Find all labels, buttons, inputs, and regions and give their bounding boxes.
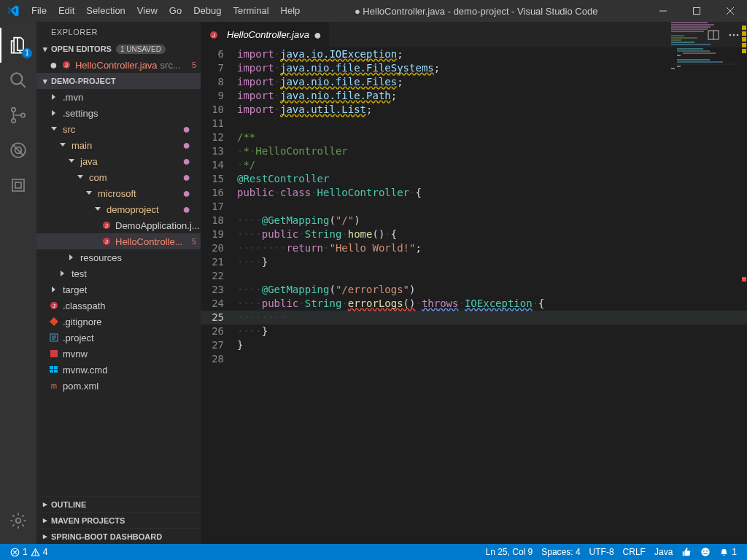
scm-activity[interactable] (0, 98, 36, 133)
tree-item-target[interactable]: target (36, 281, 201, 298)
tree-item-test[interactable]: test (36, 265, 201, 281)
tree-label: mvnw (63, 349, 88, 359)
svg-rect-8 (15, 182, 21, 188)
svg-point-34 (703, 551, 705, 552)
tree-label: resources (80, 252, 122, 263)
status-bar: 1 4 Ln 25, Col 9 Spaces: 4 UTF-8 CRLF Ja… (0, 544, 747, 560)
status-thumbsup[interactable] (677, 547, 696, 557)
project-header[interactable]: ▾ DEMO-PROJECT (36, 73, 201, 89)
status-notifications[interactable]: 1 (715, 547, 741, 557)
svg-text:J: J (105, 222, 108, 229)
tree-label: src (63, 124, 75, 135)
tree-item-src[interactable]: src● (36, 121, 201, 137)
explorer-activity[interactable]: 1 (0, 28, 36, 63)
titlebar: FileEditSelectionViewGoDebugTerminalHelp… (0, 0, 747, 22)
tree-item-HelloControlle-[interactable]: JHelloControlle...5 (36, 233, 201, 249)
svg-rect-21 (54, 366, 58, 369)
status-lncol[interactable]: Ln 25, Col 9 (481, 547, 538, 557)
search-activity[interactable] (0, 63, 36, 98)
panel-outline[interactable]: ▸OUTLINE (36, 496, 201, 512)
sidebar: EXPLORER ▾ OPEN EDITORS 1 UNSAVED ● J He… (36, 22, 201, 544)
svg-rect-7 (12, 179, 24, 191)
file-icon (48, 364, 60, 376)
tree-item-main[interactable]: main● (36, 137, 201, 153)
svg-point-35 (707, 551, 708, 552)
file-icon (48, 316, 60, 327)
panel-maven-projects[interactable]: ▸MAVEN PROJECTS (36, 512, 201, 528)
tree-item-mvnw[interactable]: mvnw (36, 346, 201, 362)
open-editor-detail: src... (160, 60, 181, 71)
status-lang[interactable]: Java (650, 547, 677, 557)
tree-item-DemoApplication-j-[interactable]: JDemoApplication.j... (36, 217, 201, 233)
menu-edit[interactable]: Edit (53, 0, 80, 22)
chevron-right-icon: ▸ (39, 499, 51, 509)
panel-label: SPRING-BOOT DASHBOARD (51, 532, 162, 541)
status-feedback[interactable] (696, 547, 715, 557)
tree-item-com[interactable]: com● (36, 169, 201, 185)
tree-label: .settings (63, 108, 98, 119)
minimize-button[interactable] (646, 0, 680, 22)
tree-item-java[interactable]: java● (36, 153, 201, 169)
status-encoding[interactable]: UTF-8 (585, 547, 619, 557)
file-icon: J (101, 219, 112, 231)
menu-view[interactable]: View (131, 0, 163, 22)
open-editor-item[interactable]: ● J HelloController.java src... 5 (36, 57, 201, 73)
close-button[interactable] (713, 0, 747, 22)
tree-item-microsoft[interactable]: microsoft● (36, 185, 201, 201)
tree-label: main (71, 140, 92, 151)
maximize-button[interactable] (680, 0, 713, 22)
code-editor[interactable]: 6import·java.io.IOException;7import·java… (201, 47, 747, 366)
tree-item--mvn[interactable]: .mvn (36, 89, 201, 105)
minimap[interactable] (671, 22, 737, 95)
chevron-right-icon (66, 252, 77, 263)
status-problems[interactable]: 1 4 (6, 547, 52, 557)
menu-help[interactable]: Help (275, 0, 306, 22)
tree-label: demoproject (107, 204, 159, 215)
tree-item--project[interactable]: .project (36, 330, 201, 346)
open-editors-header[interactable]: ▾ OPEN EDITORS 1 UNSAVED (36, 41, 201, 57)
tree-errcount: 5 (192, 237, 196, 246)
tree-item-mvnw-cmd[interactable]: mvnw.cmd (36, 362, 201, 378)
chevron-down-icon (66, 155, 77, 167)
panel-spring-boot-dashboard[interactable]: ▸SPRING-BOOT DASHBOARD (36, 528, 201, 544)
java-activity[interactable] (0, 168, 36, 203)
tree-item-pom-xml[interactable]: mpom.xml (36, 378, 201, 394)
svg-point-3 (12, 119, 15, 122)
menu-file[interactable]: File (26, 0, 53, 22)
menu-terminal[interactable]: Terminal (227, 0, 274, 22)
tree-item-resources[interactable]: resources (36, 249, 201, 265)
menu-go[interactable]: Go (163, 0, 187, 22)
menu-debug[interactable]: Debug (187, 0, 227, 22)
tree-label: test (71, 268, 87, 279)
chevron-down-icon: ▾ (39, 44, 51, 54)
chevron-down-icon (48, 123, 60, 135)
status-errors: 1 (23, 547, 28, 557)
menu-selection[interactable]: Selection (80, 0, 131, 22)
chevron-down-icon (74, 171, 86, 183)
tab-bar: J HelloController.java ● (201, 22, 747, 47)
svg-rect-22 (50, 370, 53, 373)
chevron-right-icon (48, 91, 60, 103)
file-icon: m (48, 380, 60, 392)
svg-point-9 (16, 518, 21, 524)
overview-ruler[interactable] (737, 22, 747, 544)
open-editor-errcount: 5 (192, 61, 196, 69)
tab-label: HelloController.java (227, 29, 309, 40)
vscode-logo-icon (0, 4, 26, 18)
tree-label: mvnw.cmd (63, 365, 107, 376)
debug-activity[interactable] (0, 133, 36, 168)
status-spaces[interactable]: Spaces: 4 (537, 547, 584, 557)
svg-point-1 (11, 73, 22, 84)
menu-bar: FileEditSelectionViewGoDebugTerminalHelp (26, 0, 306, 22)
chevron-down-icon (57, 139, 69, 151)
tree-item-demoproject[interactable]: demoproject● (36, 201, 201, 217)
chevron-right-icon: ▸ (39, 532, 51, 541)
svg-point-2 (12, 108, 15, 112)
tree-item--gitignore[interactable]: .gitignore (36, 314, 201, 330)
tree-item--settings[interactable]: .settings (36, 105, 201, 121)
tab-hellocontroller[interactable]: J HelloController.java ● (201, 22, 330, 47)
settings-activity[interactable] (0, 503, 36, 538)
tree-label: .project (63, 332, 94, 343)
tree-item--classpath[interactable]: J.classpath (36, 298, 201, 314)
status-eol[interactable]: CRLF (619, 547, 650, 557)
